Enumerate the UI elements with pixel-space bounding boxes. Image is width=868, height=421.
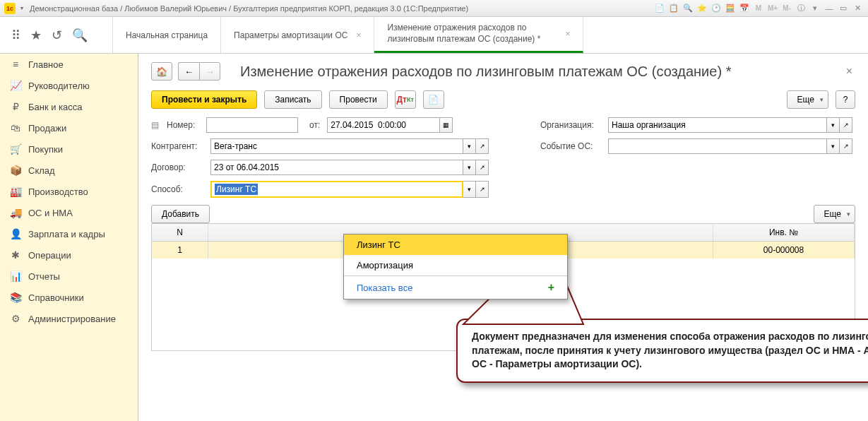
sidebar-item-label: Администрирование (28, 314, 116, 324)
write-button[interactable]: Записать (264, 90, 321, 109)
sidebar-item-main[interactable]: ≡Главное (0, 54, 138, 75)
table-more-button[interactable]: Еще (814, 205, 855, 223)
post-close-button[interactable]: Провести и закрыть (151, 90, 257, 109)
app-menu-dropdown[interactable]: ▾ (18, 3, 25, 14)
history-icon[interactable]: ↺ (52, 28, 62, 43)
tb-icon[interactable]: 🔍 (682, 3, 694, 14)
sidebar-item-references[interactable]: 📚Справочники (0, 287, 138, 308)
tb-icon[interactable]: 📅 (738, 3, 751, 14)
sidebar: ≡Главное 📈Руководителю ₽Банк и касса 🛍Пр… (0, 54, 138, 421)
number-input[interactable] (206, 117, 298, 133)
titlebar-actions: 📄 📋 🔍 ⭐ 🕑 🧮 📅 M M+ M- ⓘ ▾ — ▭ ✕ (653, 3, 864, 14)
sidebar-item-warehouse[interactable]: 📦Склад (0, 160, 138, 181)
star-icon[interactable]: ★ (30, 28, 42, 43)
open-icon[interactable]: ↗ (476, 138, 489, 154)
open-icon[interactable]: ↗ (476, 181, 489, 198)
sidebar-item-purchases[interactable]: 🛒Покупки (0, 138, 138, 160)
tb-icon[interactable]: ⭐ (696, 3, 708, 14)
dropdown-item-leasing[interactable]: Лизинг ТС (344, 235, 567, 255)
back-button[interactable]: ← (178, 62, 199, 81)
search-icon[interactable]: 🔍 (72, 28, 88, 43)
sidebar-item-admin[interactable]: ⚙Администрирование (0, 308, 138, 329)
tab-close-icon[interactable]: × (356, 30, 361, 40)
event-input[interactable] (608, 138, 827, 154)
cell-inv: 00-000008 (713, 242, 855, 259)
tb-icon[interactable]: 📋 (667, 3, 680, 14)
from-label: от: (309, 120, 320, 130)
sidebar-item-label: Банк и касса (28, 102, 83, 112)
star2-icon: ✱ (10, 249, 21, 261)
tb-icon[interactable]: 🧮 (724, 3, 737, 14)
sidebar-item-production[interactable]: 🏭Производство (0, 181, 138, 202)
show-all-link[interactable]: Показать все (357, 283, 412, 293)
window-title: Демонстрационная база / Любимов Валерий … (30, 4, 653, 13)
tb-icon[interactable]: 📄 (653, 3, 666, 14)
tb-mplus-icon[interactable]: M+ (766, 3, 779, 14)
chevron-down-icon[interactable]: ▾ (827, 117, 840, 133)
nav-pair: ← → (178, 62, 220, 81)
doc-button[interactable]: 📄 (423, 90, 444, 109)
event-label: Событие ОС: (540, 141, 604, 151)
form-row-method: Способ: Лизинг ТС ▾↗ (151, 181, 855, 198)
chevron-down-icon[interactable]: ▾ (827, 138, 840, 154)
cart-icon: 🛒 (10, 143, 21, 155)
tab-home[interactable]: Начальная страница (113, 17, 221, 53)
toolbar-icons: ⠿ ★ ↺ 🔍 (0, 17, 113, 53)
form-row-counterparty: Контрагент: ▾↗ Событие ОС: ▾↗ (151, 138, 855, 154)
minimize-icon[interactable]: — (823, 3, 836, 14)
add-button[interactable]: Добавить (151, 205, 210, 223)
open-icon[interactable]: ↗ (840, 117, 852, 133)
tab-current[interactable]: Изменение отражения расходов по лизингов… (374, 17, 583, 53)
tb-mminus-icon[interactable]: M- (780, 3, 793, 14)
tb-m-icon[interactable]: M (752, 3, 765, 14)
sidebar-item-reports[interactable]: 📊Отчеты (0, 266, 138, 287)
col-n[interactable]: N (152, 224, 208, 241)
window-titlebar: 1c ▾ Демонстрационная база / Любимов Вал… (0, 0, 868, 17)
apps-icon[interactable]: ⠿ (11, 28, 20, 43)
tab-label: Начальная страница (126, 30, 208, 40)
chevron-down-icon[interactable]: ▾ (463, 138, 476, 154)
col-inv[interactable]: Инв. № (713, 224, 855, 241)
date-input[interactable] (327, 117, 440, 133)
maximize-icon[interactable]: ▭ (837, 3, 850, 14)
home-button[interactable]: 🏠 (151, 62, 172, 81)
open-icon[interactable]: ↗ (840, 138, 852, 154)
tab-params[interactable]: Параметры амортизации ОС× (221, 17, 374, 53)
chart-icon: 📈 (10, 80, 21, 91)
doc-icon: ▤ (151, 120, 162, 130)
sidebar-item-sales[interactable]: 🛍Продажи (0, 117, 138, 138)
truck-icon: 🚚 (10, 207, 21, 218)
sidebar-item-operations[interactable]: ✱Операции (0, 244, 138, 266)
plus-icon[interactable]: + (548, 281, 554, 294)
more-button[interactable]: Еще (787, 90, 828, 109)
bag-icon: 🛍 (10, 122, 21, 134)
tb-icon[interactable]: 🕑 (710, 3, 723, 14)
tab-close-icon[interactable]: × (565, 29, 570, 39)
sidebar-item-label: Продажи (28, 123, 66, 134)
tab-label: Изменение отражения расходов по лизингов… (387, 23, 557, 45)
forward-button[interactable]: → (199, 62, 220, 81)
counterparty-wrap: ▾↗ (210, 138, 489, 154)
method-input[interactable]: Лизинг ТС (210, 181, 463, 198)
tb-info-icon[interactable]: ⓘ (795, 3, 807, 14)
help-button[interactable]: ? (836, 90, 855, 109)
close-icon[interactable]: ✕ (851, 3, 864, 14)
sidebar-item-label: ОС и НМА (28, 208, 73, 218)
calendar-icon[interactable]: ▦ (440, 117, 453, 133)
sidebar-item-salary[interactable]: 👤Зарплата и кадры (0, 223, 138, 244)
chevron-down-icon[interactable]: ▾ (463, 160, 476, 175)
page-close-icon[interactable]: × (846, 65, 852, 78)
chevron-down-icon[interactable]: ▾ (463, 181, 476, 198)
sidebar-item-manager[interactable]: 📈Руководителю (0, 75, 138, 96)
factory-icon: 🏭 (10, 186, 21, 197)
dk-button[interactable]: ДтКт (395, 90, 416, 109)
tb-dd-icon[interactable]: ▾ (809, 3, 821, 14)
counterparty-input[interactable] (210, 138, 463, 154)
dropdown-item-amort[interactable]: Амортизация (344, 255, 567, 275)
post-button[interactable]: Провести (329, 90, 388, 109)
sidebar-item-bank[interactable]: ₽Банк и касса (0, 96, 138, 117)
open-icon[interactable]: ↗ (476, 160, 489, 175)
contract-input[interactable] (210, 160, 463, 175)
org-input[interactable] (608, 117, 827, 133)
sidebar-item-assets[interactable]: 🚚ОС и НМА (0, 202, 138, 223)
